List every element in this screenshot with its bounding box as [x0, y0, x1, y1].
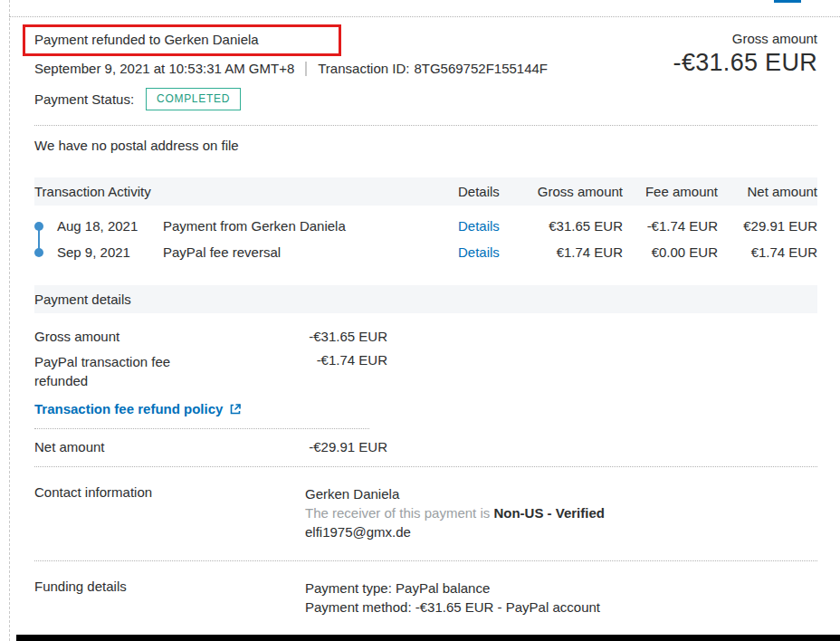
table-row: Sep 9, 2021 PayPal fee reversal Details …: [34, 239, 817, 265]
clipped-blue-element: [774, 0, 801, 3]
receiver-status-line: The receiver of this payment is Non-US -…: [305, 503, 817, 522]
contact-email: elfi1975@gmx.de: [305, 522, 817, 541]
transaction-activity-rows: Aug 18, 2021 Payment from Gerken Daniela…: [34, 213, 817, 265]
row-fee-amount: -€1.74 EUR: [623, 218, 718, 234]
dotted-divider: [34, 428, 369, 429]
external-link-icon[interactable]: [229, 403, 242, 416]
row-date: Aug 18, 2021: [57, 218, 163, 234]
detail-label: Gross amount: [34, 329, 119, 344]
funding-details-section: Funding details Payment type: PayPal bal…: [34, 579, 817, 617]
row-date: Sep 9, 2021: [57, 244, 163, 260]
payment-details-title: Payment details: [34, 292, 131, 307]
dotted-divider: [34, 466, 817, 467]
timeline-dot-icon: [34, 222, 43, 231]
net-amount-label: Net amount: [34, 439, 105, 454]
contact-information-details: Gerken Daniela The receiver of this paym…: [305, 484, 817, 541]
detail-label: PayPal transaction fee refunded: [34, 352, 224, 390]
annotation-highlight-box: Payment refunded to Gerken Daniela: [23, 24, 341, 56]
contact-name: Gerken Daniela: [305, 484, 817, 503]
row-description: PayPal fee reversal: [163, 244, 451, 260]
receiver-status: Non-US - Verified: [493, 505, 605, 521]
row-description: Payment from Gerken Daniela: [163, 218, 451, 234]
date-row: September 9, 2021 at 10:53:31 AM GMT+8 T…: [34, 61, 548, 76]
timeline-cell: [34, 239, 57, 265]
transaction-details-page: Payment refunded to Gerken Daniela Septe…: [0, 0, 840, 641]
payment-status-label: Payment Status:: [34, 91, 134, 107]
payment-detail-row: PayPal transaction fee refunded -€1.74 E…: [34, 352, 387, 390]
payment-detail-row: Gross amount -€31.65 EUR: [34, 329, 387, 344]
timeline-cell: [34, 213, 57, 239]
row-gross-amount: €31.65 EUR: [523, 218, 623, 234]
payment-status-row: Payment Status: COMPLETED: [34, 88, 548, 110]
payment-type: Payment type: PayPal balance: [305, 579, 817, 598]
row-net-amount: €29.91 EUR: [718, 218, 817, 234]
policy-link-row: Transaction fee refund policy: [34, 401, 817, 416]
payment-method: Payment method: -€31.65 EUR - PayPal acc…: [305, 598, 817, 617]
transaction-header: Payment refunded to Gerken Daniela Septe…: [34, 24, 817, 110]
table-row: Aug 18, 2021 Payment from Gerken Daniela…: [34, 213, 817, 239]
status-badge: COMPLETED: [146, 88, 241, 110]
contact-information-section: Contact information Gerken Daniela The r…: [34, 484, 817, 541]
column-header-details: Details: [451, 184, 523, 199]
net-amount-row: Net amount -€29.91 EUR: [34, 439, 387, 454]
row-net-amount: €1.74 EUR: [718, 244, 817, 260]
column-header-fee: Fee amount: [623, 184, 718, 199]
dotted-divider: [34, 125, 817, 126]
receiver-note: The receiver of this payment is: [305, 505, 493, 521]
gross-amount-label: Gross amount: [673, 31, 817, 46]
row-gross-amount: €1.74 EUR: [523, 244, 623, 260]
gross-amount-value: -€31.65 EUR: [673, 49, 817, 77]
transaction-id-value: 8TG569752F155144F: [414, 61, 548, 76]
page-title: Payment refunded to Gerken Daniela: [34, 32, 259, 47]
column-header-gross: Gross amount: [523, 184, 623, 199]
transaction-fee-refund-policy-link[interactable]: Transaction fee refund policy: [34, 401, 223, 416]
transaction-id-label: Transaction ID:: [318, 61, 409, 76]
postal-address-notice: We have no postal address on file: [34, 138, 817, 153]
bottom-black-bar: [16, 635, 840, 641]
detail-value: -€1.74 EUR: [317, 352, 387, 368]
payment-details-header: Payment details: [34, 285, 817, 313]
column-header-net: Net amount: [718, 184, 817, 199]
detail-value: -€31.65 EUR: [309, 329, 387, 344]
transaction-activity-header: Transaction Activity Details Gross amoun…: [34, 177, 817, 206]
timeline-dot-icon: [34, 248, 43, 257]
details-link[interactable]: Details: [451, 218, 523, 234]
header-gross-amount: Gross amount -€31.65 EUR: [673, 24, 817, 77]
contact-information-label: Contact information: [34, 484, 305, 541]
details-link[interactable]: Details: [451, 244, 523, 260]
funding-details-label: Funding details: [34, 579, 305, 617]
header-left: Payment refunded to Gerken Daniela Septe…: [34, 24, 548, 110]
transaction-activity-title: Transaction Activity: [34, 184, 451, 199]
transaction-date: September 9, 2021 at 10:53:31 AM GMT+8: [34, 61, 294, 76]
funding-details-info: Payment type: PayPal balance Payment met…: [305, 579, 817, 617]
net-amount-value: -€29.91 EUR: [309, 439, 387, 454]
row-fee-amount: €0.00 EUR: [623, 244, 718, 260]
vertical-separator: [305, 62, 307, 76]
dotted-divider: [34, 560, 817, 561]
main-content: Payment refunded to Gerken Daniela Septe…: [10, 17, 840, 632]
